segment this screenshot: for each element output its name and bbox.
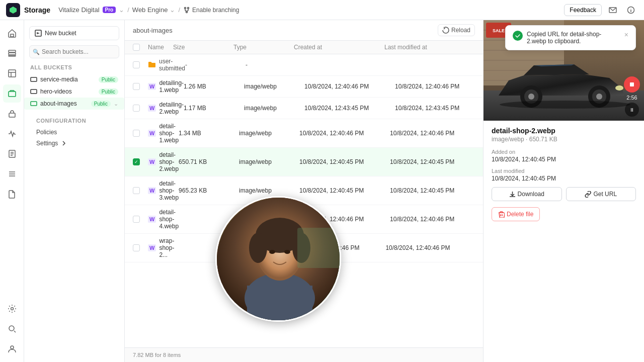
feedback-button[interactable]: Feedback [564,4,602,16]
table-row[interactable]: W detailing-1.webp 1.26 MB image/webp 10… [125,76,483,98]
sidebar-user-button[interactable] [3,340,21,358]
svg-rect-19 [31,89,37,94]
webp-icon: W [148,83,156,90]
sidebar-activity-button[interactable] [3,125,21,143]
sidebar-settings-button[interactable] [3,300,21,318]
header-name: Name [148,44,173,51]
webp-icon: W [148,105,156,112]
table-row-selected[interactable]: ✓ W detail-shop-2.webp 650.71 KB image/w… [125,148,483,176]
bucket-hero-videos[interactable]: hero-videos Public [24,85,124,98]
sidebar-table-button[interactable] [3,64,21,82]
header-modified: Last modified at [384,44,475,51]
bucket-service-media[interactable]: service-media Public [24,73,124,85]
all-buckets-label: ALL BUCKETS [24,64,124,73]
project-name[interactable]: Vitalize Digital [58,6,99,14]
svg-marker-0 [10,7,17,14]
main-layout: New bucket 🔍 ALL BUCKETS service-media P… [0,20,644,362]
toast-close-button[interactable]: × [624,31,628,39]
chevron-down-icon: ⌄ [119,6,124,14]
toolbar-right: Reload [438,24,475,36]
svg-point-1 [185,7,186,9]
last-modified-section: Last modified 10/8/2024, 12:40:45 PM [492,168,636,182]
header-checkbox[interactable] [133,44,148,51]
svg-point-3 [186,11,188,13]
svg-point-28 [269,250,275,254]
chevron-down-icon2: ⌄ [170,6,175,14]
app-title: Storage [24,6,50,14]
search-icon: 🔍 [33,49,40,55]
header-size: Size [173,44,233,51]
get-url-button[interactable]: Get URL [566,187,636,201]
table-row[interactable]: user-submitted - - [125,54,483,76]
webp-icon: W [148,187,156,194]
file-name: detail-shop-2.webp [492,127,636,135]
enable-branching-toggle[interactable]: Enable branching [183,7,239,14]
svg-point-16 [11,346,14,349]
svg-rect-30 [297,228,341,268]
stop-button[interactable] [624,76,640,93]
toast-message: Copied URL for detail-shop-2.webp to cli… [527,31,616,45]
svg-rect-7 [9,50,16,52]
svg-text:SALE: SALE [493,28,505,33]
info-icon-button[interactable] [624,3,638,17]
bucket-about-images[interactable]: about-images Public ⌄ [24,98,124,110]
table-row[interactable]: W detail-shop-1.webp 1.34 MB image/webp … [125,119,483,148]
svg-rect-23 [247,286,312,322]
header-type: Type [233,44,294,51]
sidebar-lock-button[interactable] [3,105,21,123]
pro-badge: Pro [103,7,116,13]
svg-rect-11 [9,92,16,97]
sidebar-home-button[interactable] [3,24,21,42]
new-bucket-button[interactable]: New bucket [29,26,119,40]
svg-point-48 [615,85,623,90]
search-buckets-input[interactable] [29,45,119,58]
toast-notification: Copied URL for detail-shop-2.webp to cli… [505,25,636,50]
video-time: 2:56 [626,95,637,101]
svg-rect-10 [9,70,16,77]
webp-icon: W [148,130,156,137]
svg-rect-8 [9,53,16,55]
engine-link[interactable]: Web Engine ⌄ [132,6,176,14]
svg-point-14 [11,308,13,310]
table-row[interactable]: W detailing-2.webp 1.17 MB image/webp 10… [125,98,483,119]
svg-point-2 [188,7,189,9]
sidebar-list-button[interactable] [3,165,21,183]
webp-icon: W [148,216,156,223]
bucket-expand-icon: ⌄ [114,101,118,107]
webp-icon: W [148,244,156,251]
action-buttons: Download Get URL [492,187,636,201]
sidebar-reports-button[interactable] [3,145,21,163]
svg-point-15 [9,326,14,331]
toast-success-icon [513,31,523,41]
last-modified-label: Last modified [492,168,636,174]
sidebar-storage-button[interactable] [3,84,21,103]
webp-icon: W [148,158,156,165]
configuration-section: CONFIGURATION Policies Settings [24,110,124,153]
row-checkbox[interactable] [133,61,148,68]
topbar: Storage Vitalize Digital Pro ⌄ / Web Eng… [0,0,644,20]
reload-button[interactable]: Reload [438,24,475,36]
delete-file-button[interactable]: Delete file [492,207,540,221]
header-created: Created at [294,44,384,51]
download-button[interactable]: Download [492,187,562,201]
svg-point-29 [284,250,290,254]
file-meta: image/webp · 650.71 KB [492,136,636,143]
sidebar-file-button[interactable] [3,185,21,203]
added-on-value: 10/8/2024, 12:40:45 PM [492,156,636,163]
mail-icon-button[interactable] [606,3,620,17]
topbar-right: Feedback [564,3,638,17]
table-row[interactable]: W detail-shop-3.webp 965.23 KB image/web… [125,176,483,205]
file-info: detail-shop-2.webp image/webp · 650.71 K… [484,121,644,362]
svg-rect-20 [31,102,37,106]
svg-rect-6 [11,34,14,37]
sidebar-database-button[interactable] [3,44,21,62]
right-panel: × [483,20,644,362]
breadcrumb: Vitalize Digital Pro ⌄ / Web Engine ⌄ / … [58,6,239,14]
policies-link[interactable]: Policies [30,127,118,138]
facecam-overlay [215,196,341,322]
sidebar-search-button[interactable] [3,320,21,338]
main-content: about-images Reload Name Size Type Creat… [125,20,483,362]
pause-button[interactable]: ⏸ [625,103,639,117]
path-breadcrumb: about-images [133,27,173,34]
settings-link[interactable]: Settings [30,138,118,149]
